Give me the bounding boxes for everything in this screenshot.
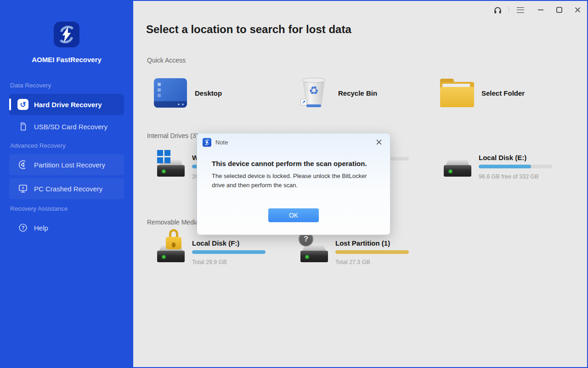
sidebar-item-help[interactable]: ? Help: [9, 217, 124, 238]
page-title: Select a location to search for lost dat…: [146, 23, 351, 36]
desktop-icon: [153, 76, 187, 109]
help-icon: ?: [17, 222, 28, 233]
drive-title: Local Disk (E:): [479, 154, 552, 161]
sidebar-item-hard-drive-recovery[interactable]: ↺ Hard Drive Recovery: [9, 94, 124, 115]
drive-card-local-disk-f[interactable]: Local Disk (F:) Total 29.9 GB: [156, 239, 266, 265]
partition-pie-icon: [17, 159, 28, 170]
app-logo-icon: [203, 138, 211, 147]
sidebar-item-pc-crashed-recovery[interactable]: PC Crashed Recovery: [9, 178, 124, 199]
minimize-icon[interactable]: [536, 4, 546, 16]
dialog-header: Note: [197, 133, 390, 147]
windows-logo-icon: [157, 150, 171, 164]
section-label-internal-drives: Internal Drives (3): [147, 132, 198, 139]
sd-card-icon: [17, 121, 28, 132]
drive-caption: Total 27.3 GB: [335, 259, 409, 265]
section-label-data-recovery: Data Recovery: [10, 82, 51, 89]
dialog-message: The selected device is locked. Please un…: [212, 172, 375, 190]
recycle-bin-icon: ♻ ↗: [297, 76, 331, 109]
window-border-top: [0, 0, 588, 1]
drive-card-local-disk-e[interactable]: Local Disk (E:) 96.6 GB free of 332 GB: [443, 154, 552, 180]
section-label-advanced-recovery: Advanced Recovery: [10, 142, 66, 149]
drive-caption: 96.6 GB free of 332 GB: [479, 173, 552, 180]
section-label-removable-media: Removable Media: [147, 218, 199, 226]
hard-drive-icon: [156, 242, 186, 265]
maximize-icon[interactable]: [554, 5, 564, 15]
drive-title: Local Disk (F:): [192, 239, 266, 247]
hard-drive-icon: [156, 156, 186, 179]
ok-button[interactable]: OK: [268, 208, 319, 222]
restore-arrow-icon: ↺: [17, 99, 28, 110]
quick-access-select-folder[interactable]: Select Folder: [433, 76, 571, 109]
drive-caption: Total 29.9 GB: [192, 259, 266, 265]
aomei-fastrecovery-logo: [54, 22, 79, 47]
sidebar-item-usb-sd-card-recovery[interactable]: USB/SD Card Recovery: [9, 116, 124, 137]
dialog-title: Note: [215, 139, 228, 146]
svg-text:?: ?: [22, 225, 24, 230]
drive-title: Lost Partition (1): [335, 239, 409, 247]
menu-icon[interactable]: [516, 6, 525, 14]
lightning-swirl-icon: [58, 26, 75, 43]
dialog-heading: This device cannot perform the scan oper…: [212, 160, 375, 167]
app-name: AOMEI FastRecovery: [0, 56, 133, 63]
headset-icon[interactable]: [492, 5, 503, 15]
drive-card-lost-partition[interactable]: ? Lost Partition (1) Total 27.3 GB: [300, 239, 409, 265]
capacity-bar: [192, 250, 266, 254]
quick-access-desktop[interactable]: Desktop: [146, 76, 284, 109]
crashed-pc-icon: [17, 183, 28, 194]
sidebar: AOMEI FastRecovery Data Recovery ↺ Hard …: [0, 0, 133, 368]
lock-icon: [166, 229, 181, 250]
dialog-close-icon[interactable]: [374, 138, 384, 147]
sidebar-item-partition-lost-recovery[interactable]: Partition Lost Recovery: [9, 154, 124, 175]
app-window: AOMEI FastRecovery Data Recovery ↺ Hard …: [0, 0, 588, 368]
section-label-quick-access: Quick Access: [147, 57, 186, 64]
capacity-bar: [335, 250, 409, 254]
hard-drive-icon: ?: [300, 242, 329, 265]
quick-access-recycle-bin[interactable]: ♻ ↗ Recycle Bin: [289, 76, 427, 109]
note-dialog: Note This device cannot perform the scan…: [197, 133, 390, 235]
hard-drive-icon: [443, 156, 472, 179]
close-icon[interactable]: [572, 5, 582, 15]
section-label-recovery-assistance: Recovery Assistance: [10, 205, 68, 212]
capacity-bar: [479, 165, 552, 168]
titlebar-divider: [509, 6, 509, 13]
shortcut-arrow-icon: ↗: [300, 99, 307, 105]
folder-icon: [440, 76, 474, 109]
